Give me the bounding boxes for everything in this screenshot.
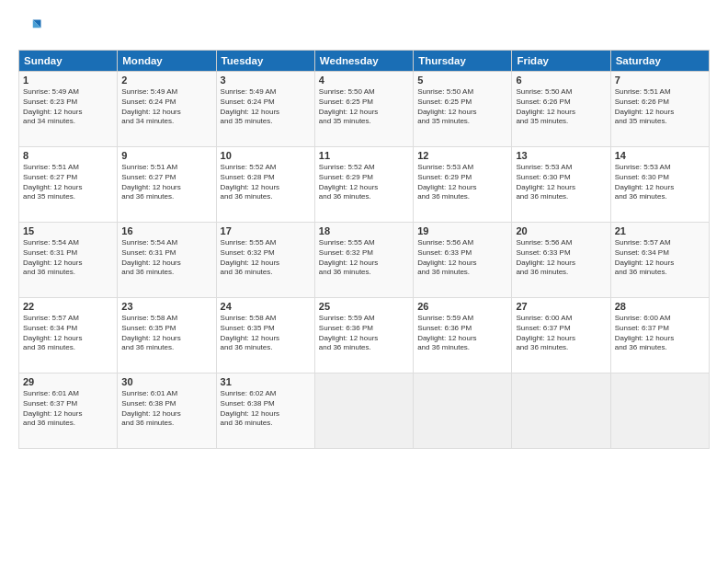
day-info: Sunrise: 5:49 AM Sunset: 6:24 PM Dayligh… <box>221 87 311 127</box>
day-number: 1 <box>23 75 113 86</box>
day-number: 6 <box>516 75 606 86</box>
day-number: 13 <box>516 150 606 161</box>
day-number: 3 <box>221 75 311 86</box>
day-number: 12 <box>417 150 507 161</box>
calendar-cell: 23Sunrise: 5:58 AM Sunset: 6:35 PM Dayli… <box>118 298 216 373</box>
calendar-cell: 22Sunrise: 5:57 AM Sunset: 6:34 PM Dayli… <box>19 298 118 373</box>
day-info: Sunrise: 5:50 AM Sunset: 6:26 PM Dayligh… <box>516 87 606 127</box>
day-number: 11 <box>319 150 409 161</box>
day-info: Sunrise: 6:00 AM Sunset: 6:37 PM Dayligh… <box>615 314 705 353</box>
calendar-cell: 11Sunrise: 5:52 AM Sunset: 6:29 PM Dayli… <box>314 147 413 223</box>
day-info: Sunrise: 5:59 AM Sunset: 6:36 PM Dayligh… <box>417 314 507 353</box>
header-cell-sunday: Sunday <box>19 51 118 72</box>
day-number: 4 <box>319 75 409 86</box>
calendar-body: 1Sunrise: 5:49 AM Sunset: 6:23 PM Daylig… <box>19 72 710 449</box>
day-number: 22 <box>23 301 113 312</box>
day-info: Sunrise: 5:56 AM Sunset: 6:33 PM Dayligh… <box>417 238 507 278</box>
calendar-cell <box>414 373 512 449</box>
calendar-cell: 3Sunrise: 5:49 AM Sunset: 6:24 PM Daylig… <box>216 72 314 147</box>
day-info: Sunrise: 5:49 AM Sunset: 6:23 PM Dayligh… <box>23 87 113 127</box>
week-row-2: 8Sunrise: 5:51 AM Sunset: 6:27 PM Daylig… <box>19 147 710 223</box>
calendar-cell: 17Sunrise: 5:55 AM Sunset: 6:32 PM Dayli… <box>216 223 314 298</box>
header <box>18 17 710 42</box>
calendar-cell: 4Sunrise: 5:50 AM Sunset: 6:25 PM Daylig… <box>314 72 413 147</box>
day-info: Sunrise: 5:55 AM Sunset: 6:32 PM Dayligh… <box>221 238 311 278</box>
day-info: Sunrise: 5:51 AM Sunset: 6:26 PM Dayligh… <box>615 87 705 127</box>
calendar-page: SundayMondayTuesdayWednesdayThursdayFrid… <box>0 0 728 563</box>
header-cell-monday: Monday <box>118 51 216 72</box>
day-number: 27 <box>516 301 606 312</box>
calendar-cell: 20Sunrise: 5:56 AM Sunset: 6:33 PM Dayli… <box>512 223 610 298</box>
day-info: Sunrise: 5:51 AM Sunset: 6:27 PM Dayligh… <box>121 163 211 202</box>
calendar-header: SundayMondayTuesdayWednesdayThursdayFrid… <box>19 51 710 72</box>
day-info: Sunrise: 6:02 AM Sunset: 6:38 PM Dayligh… <box>221 389 311 429</box>
calendar-cell: 6Sunrise: 5:50 AM Sunset: 6:26 PM Daylig… <box>512 72 610 147</box>
day-number: 21 <box>615 225 705 236</box>
calendar-table: SundayMondayTuesdayWednesdayThursdayFrid… <box>18 50 710 449</box>
logo-icon <box>18 17 44 42</box>
day-info: Sunrise: 5:57 AM Sunset: 6:34 PM Dayligh… <box>23 314 113 353</box>
calendar-cell: 8Sunrise: 5:51 AM Sunset: 6:27 PM Daylig… <box>19 147 118 223</box>
calendar-cell <box>610 373 709 449</box>
day-number: 18 <box>319 225 409 236</box>
day-number: 14 <box>615 150 705 161</box>
day-info: Sunrise: 5:58 AM Sunset: 6:35 PM Dayligh… <box>221 314 311 353</box>
week-row-1: 1Sunrise: 5:49 AM Sunset: 6:23 PM Daylig… <box>19 72 710 147</box>
week-row-4: 22Sunrise: 5:57 AM Sunset: 6:34 PM Dayli… <box>19 298 710 373</box>
day-number: 20 <box>516 225 606 236</box>
day-number: 2 <box>121 75 211 86</box>
day-number: 28 <box>615 301 705 312</box>
calendar-cell: 26Sunrise: 5:59 AM Sunset: 6:36 PM Dayli… <box>414 298 512 373</box>
day-number: 16 <box>121 225 211 236</box>
calendar-cell: 5Sunrise: 5:50 AM Sunset: 6:25 PM Daylig… <box>414 72 512 147</box>
day-info: Sunrise: 5:52 AM Sunset: 6:28 PM Dayligh… <box>221 163 311 202</box>
day-number: 30 <box>121 376 211 387</box>
day-info: Sunrise: 5:51 AM Sunset: 6:27 PM Dayligh… <box>23 163 113 202</box>
calendar-cell: 29Sunrise: 6:01 AM Sunset: 6:37 PM Dayli… <box>19 373 118 449</box>
day-info: Sunrise: 5:53 AM Sunset: 6:30 PM Dayligh… <box>516 163 606 202</box>
calendar-cell: 30Sunrise: 6:01 AM Sunset: 6:38 PM Dayli… <box>118 373 216 449</box>
day-number: 29 <box>23 376 113 387</box>
day-info: Sunrise: 5:50 AM Sunset: 6:25 PM Dayligh… <box>417 87 507 127</box>
calendar-cell: 28Sunrise: 6:00 AM Sunset: 6:37 PM Dayli… <box>610 298 709 373</box>
calendar-cell: 12Sunrise: 5:53 AM Sunset: 6:29 PM Dayli… <box>414 147 512 223</box>
day-number: 10 <box>221 150 311 161</box>
week-row-3: 15Sunrise: 5:54 AM Sunset: 6:31 PM Dayli… <box>19 223 710 298</box>
day-info: Sunrise: 5:49 AM Sunset: 6:24 PM Dayligh… <box>121 87 211 127</box>
day-number: 9 <box>121 150 211 161</box>
day-number: 15 <box>23 225 113 236</box>
calendar-cell: 31Sunrise: 6:02 AM Sunset: 6:38 PM Dayli… <box>216 373 314 449</box>
header-cell-friday: Friday <box>512 51 610 72</box>
day-number: 31 <box>221 376 311 387</box>
header-cell-thursday: Thursday <box>414 51 512 72</box>
day-info: Sunrise: 5:54 AM Sunset: 6:31 PM Dayligh… <box>121 238 211 278</box>
calendar-cell: 19Sunrise: 5:56 AM Sunset: 6:33 PM Dayli… <box>414 223 512 298</box>
calendar-cell: 14Sunrise: 5:53 AM Sunset: 6:30 PM Dayli… <box>610 147 709 223</box>
day-number: 25 <box>319 301 409 312</box>
calendar-cell: 21Sunrise: 5:57 AM Sunset: 6:34 PM Dayli… <box>610 223 709 298</box>
header-cell-tuesday: Tuesday <box>216 51 314 72</box>
calendar-cell: 10Sunrise: 5:52 AM Sunset: 6:28 PM Dayli… <box>216 147 314 223</box>
day-info: Sunrise: 5:53 AM Sunset: 6:29 PM Dayligh… <box>417 163 507 202</box>
day-info: Sunrise: 5:59 AM Sunset: 6:36 PM Dayligh… <box>319 314 409 353</box>
calendar-cell: 2Sunrise: 5:49 AM Sunset: 6:24 PM Daylig… <box>118 72 216 147</box>
day-info: Sunrise: 5:53 AM Sunset: 6:30 PM Dayligh… <box>615 163 705 202</box>
calendar-cell <box>512 373 610 449</box>
day-info: Sunrise: 5:52 AM Sunset: 6:29 PM Dayligh… <box>319 163 409 202</box>
day-info: Sunrise: 5:54 AM Sunset: 6:31 PM Dayligh… <box>23 238 113 278</box>
calendar-cell: 7Sunrise: 5:51 AM Sunset: 6:26 PM Daylig… <box>610 72 709 147</box>
calendar-cell <box>314 373 413 449</box>
day-number: 23 <box>121 301 211 312</box>
calendar-cell: 24Sunrise: 5:58 AM Sunset: 6:35 PM Dayli… <box>216 298 314 373</box>
calendar-cell: 13Sunrise: 5:53 AM Sunset: 6:30 PM Dayli… <box>512 147 610 223</box>
day-number: 8 <box>23 150 113 161</box>
calendar-cell: 9Sunrise: 5:51 AM Sunset: 6:27 PM Daylig… <box>118 147 216 223</box>
calendar-cell: 16Sunrise: 5:54 AM Sunset: 6:31 PM Dayli… <box>118 223 216 298</box>
day-info: Sunrise: 6:01 AM Sunset: 6:37 PM Dayligh… <box>23 389 113 429</box>
day-info: Sunrise: 5:58 AM Sunset: 6:35 PM Dayligh… <box>121 314 211 353</box>
header-cell-saturday: Saturday <box>610 51 709 72</box>
logo <box>18 17 48 42</box>
week-row-5: 29Sunrise: 6:01 AM Sunset: 6:37 PM Dayli… <box>19 373 710 449</box>
calendar-cell: 25Sunrise: 5:59 AM Sunset: 6:36 PM Dayli… <box>314 298 413 373</box>
day-info: Sunrise: 5:55 AM Sunset: 6:32 PM Dayligh… <box>319 238 409 278</box>
